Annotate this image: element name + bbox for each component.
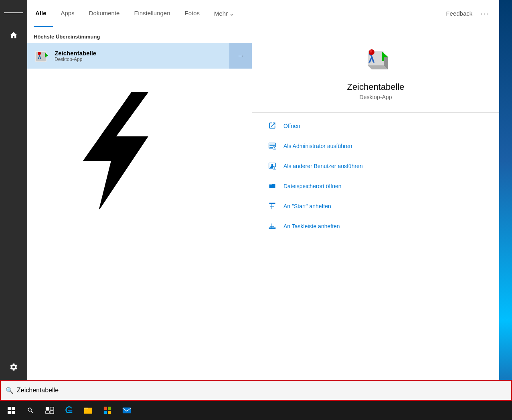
sidebar	[0, 0, 27, 401]
action-admin[interactable]: A Als Administrator ausführen	[252, 136, 499, 156]
taskbar-taskview[interactable]	[40, 401, 59, 420]
svg-rect-25	[8, 411, 11, 414]
open-icon	[268, 122, 277, 130]
svg-rect-29	[46, 411, 49, 414]
left-panel: Höchste Übereinstimmung λ	[27, 27, 252, 401]
result-arrow[interactable]: →	[229, 43, 252, 69]
search-icon: 🔍	[6, 387, 14, 394]
action-other-user-label: Als anderer Benutzer ausführen	[283, 163, 363, 169]
more-options-button[interactable]: ···	[477, 6, 493, 21]
right-strip	[499, 0, 512, 401]
sidebar-home[interactable]	[4, 26, 23, 45]
taskbar-mail[interactable]	[117, 401, 136, 420]
app-icon-large: λ	[360, 43, 392, 75]
svg-rect-35	[104, 411, 107, 414]
mehr-label: Mehr	[214, 10, 228, 17]
folder-icon	[268, 182, 277, 191]
svg-point-14	[370, 50, 372, 53]
tab-alle[interactable]: Alle	[34, 0, 53, 27]
taskbar-edge[interactable]	[59, 401, 79, 420]
action-file-location[interactable]: Dateispeicherort öffnen	[252, 176, 499, 196]
result-item-zeichentabelle[interactable]: λ Zeichentabelle Desktop-App →	[27, 43, 252, 69]
other-user-icon	[268, 162, 277, 170]
tab-fotos[interactable]: Fotos	[178, 0, 206, 27]
svg-rect-28	[50, 407, 54, 410]
action-pin-taskbar[interactable]: An Taskleiste anheften	[252, 216, 499, 236]
action-open-label: Öffnen	[283, 123, 300, 129]
svg-rect-37	[123, 408, 131, 414]
section-header: Höchste Übereinstimmung	[27, 27, 252, 43]
app-actions: Öffnen A Als Administrator ausführen	[252, 113, 499, 401]
search-text[interactable]: Zeichentabelle	[17, 387, 59, 394]
result-text: Zeichentabelle Desktop-App	[55, 50, 96, 62]
taskbar-explorer[interactable]	[79, 401, 98, 420]
nav-tabs: Alle Apps Dokumente Einstellungen Fotos …	[27, 0, 499, 27]
svg-rect-33	[104, 407, 107, 410]
action-admin-label: Als Administrator ausführen	[283, 143, 352, 149]
content-area: Höchste Übereinstimmung λ	[27, 27, 499, 401]
sidebar-settings[interactable]	[4, 357, 23, 377]
start-button[interactable]	[2, 401, 21, 420]
result-type: Desktop-App	[55, 57, 96, 62]
svg-rect-27	[46, 407, 49, 410]
app-detail-type: Desktop-App	[360, 94, 392, 100]
action-other-user[interactable]: Als anderer Benutzer ausführen	[252, 156, 499, 176]
tab-dokumente[interactable]: Dokumente	[83, 0, 126, 27]
svg-rect-4	[45, 54, 47, 57]
app-detail-name: Zeichentabelle	[347, 82, 404, 92]
search-bar-container[interactable]: 🔍 Zeichentabelle	[0, 380, 512, 401]
hamburger-menu[interactable]	[4, 3, 23, 22]
action-file-label: Dateispeicherort öffnen	[283, 183, 342, 189]
arrow-right-icon: →	[237, 52, 244, 60]
svg-rect-24	[12, 407, 15, 410]
pin-taskbar-icon	[268, 222, 277, 231]
svg-rect-36	[108, 411, 111, 414]
svg-rect-26	[12, 411, 15, 414]
svg-rect-23	[8, 407, 11, 410]
svg-rect-32	[84, 408, 88, 410]
svg-point-5	[38, 52, 41, 55]
app-detail-header: λ Zeichentabelle Desktop-App	[252, 27, 499, 113]
action-pin-taskbar-label: An Taskleiste anheften	[283, 223, 340, 229]
action-open[interactable]: Öffnen	[252, 116, 499, 136]
right-panel: λ Zeichentabelle Desktop-App	[252, 27, 499, 401]
result-name: Zeichentabelle	[55, 50, 96, 57]
svg-rect-21	[269, 203, 275, 204]
tab-apps[interactable]: Apps	[55, 0, 81, 27]
taskbar-store[interactable]	[98, 401, 117, 420]
tab-mehr[interactable]: Mehr ⌄	[208, 7, 241, 20]
svg-rect-30	[50, 411, 54, 414]
tab-einstellungen[interactable]: Einstellungen	[127, 0, 176, 27]
svg-marker-6	[83, 93, 148, 209]
svg-rect-34	[108, 407, 111, 410]
search-window: Alle Apps Dokumente Einstellungen Fotos …	[27, 0, 499, 401]
svg-rect-12	[382, 55, 384, 61]
annotation-arrow	[59, 85, 180, 213]
pin-start-icon	[268, 202, 277, 211]
taskbar	[0, 401, 512, 420]
feedback-button[interactable]: Feedback	[441, 7, 477, 20]
svg-point-19	[271, 164, 273, 166]
admin-icon: A	[268, 142, 277, 150]
action-pin-start-label: An "Start" anheften	[283, 203, 331, 209]
app-icon-small: λ	[34, 48, 50, 64]
action-pin-start[interactable]: An "Start" anheften	[252, 196, 499, 216]
chevron-down-icon: ⌄	[229, 10, 235, 17]
taskbar-search[interactable]	[21, 401, 40, 420]
